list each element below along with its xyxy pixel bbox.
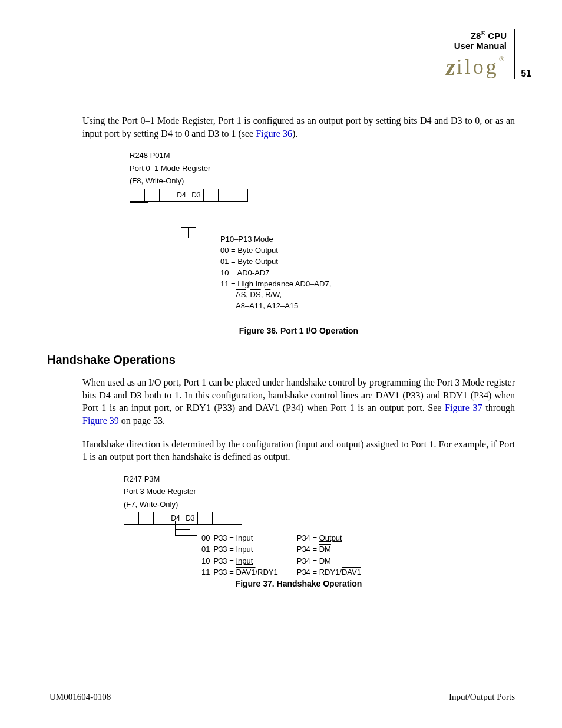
handshake-para-1: When used as an I/O port, Port 1 can be …	[82, 376, 515, 427]
r3p34over: DAV1	[342, 568, 361, 577]
mode-line-5: 11 = High Impedance AD0–AD7,	[220, 279, 331, 290]
hs-text-mid: through	[482, 403, 515, 413]
sep1: ,	[246, 290, 250, 299]
bit-7	[130, 189, 145, 202]
page-footer: UM001604-0108 Input/Output Ports	[49, 692, 515, 702]
footer-doc-number: UM001604-0108	[49, 692, 111, 702]
zilog-logo: zilog®	[446, 55, 507, 79]
fig37-v2	[190, 521, 190, 529]
figure-36-caption: Figure 36. Port 1 I/O Operation	[82, 326, 515, 335]
bit-1	[218, 189, 233, 202]
bit-2	[203, 189, 219, 202]
intro-text-a: Using the Port 0–1 Mode Register, Port 1…	[82, 116, 515, 139]
fig37-mode-table: 00 P33 = Input P34 = Output 01 P33 = Inp…	[200, 532, 365, 579]
intro-paragraph: Using the Port 0–1 Mode Register, Port 1…	[82, 114, 515, 140]
mode-line-7: A8–A11, A12–A15	[220, 301, 331, 312]
mode-line-2: 00 = Byte Output	[220, 245, 331, 256]
fig37-row-2: 10 P33 = Input P34 = DM	[201, 556, 363, 566]
row2-code: 10	[201, 556, 212, 566]
fig36-label-3: (F8, Write-Only)	[130, 176, 515, 186]
row1-code: 01	[201, 544, 212, 555]
row0-p33: P33 = Input	[213, 533, 280, 543]
bit-0	[227, 512, 242, 525]
connector-h2	[188, 238, 217, 238]
handshake-heading: Handshake Operations	[47, 353, 515, 367]
mode-line-3: 01 = Byte Output	[220, 256, 331, 268]
figure-37-caption: Figure 37. Handshake Operation	[82, 579, 515, 588]
connector-v1	[181, 197, 181, 233]
bit-0	[233, 189, 248, 202]
r0p34pre: P34 =	[297, 533, 319, 542]
row3-p33: P33 = DAV1/RDY1	[213, 567, 280, 578]
r-signal: R	[265, 290, 270, 299]
fig36-label-1: R248 P01M	[130, 150, 515, 161]
r2p34over: DM	[319, 556, 331, 565]
header-title-1: Z8® CPU	[446, 29, 507, 41]
bit-3: D3	[189, 189, 204, 202]
mode-line-6: AS, DS, R/W,	[220, 289, 331, 301]
fig36-bit-row: D4 D3	[130, 189, 515, 202]
figure-36-link[interactable]: Figure 36	[256, 129, 292, 139]
rw-suffix: /W,	[270, 290, 282, 299]
hs-text-b: on page 53.	[119, 416, 165, 426]
fig37-h1	[175, 529, 190, 530]
fig37-label-2: Port 3 Mode Register	[124, 486, 515, 497]
r2p34pre: P34 =	[297, 556, 319, 565]
r1p34over: DM	[319, 545, 331, 554]
connector-bar	[130, 202, 148, 203]
fig37-bit-row: D4 D3	[124, 512, 515, 525]
fig37-row-1: 01 P33 = Input P34 = DM	[201, 544, 363, 555]
handshake-para-2: Handshake direction is determined by the…	[82, 438, 515, 463]
page-number: 51	[521, 68, 531, 79]
r3p33over: DAV1	[236, 568, 255, 577]
r1p33pre: P33 =	[213, 545, 236, 554]
figure-37-link[interactable]: Figure 37	[445, 403, 482, 413]
r3p33pre: P33 =	[213, 568, 236, 577]
fig36-label-2: Port 0–1 Mode Register	[130, 163, 515, 174]
r1p33post: Input	[236, 545, 253, 554]
sep2: ,	[261, 290, 265, 299]
bit-3: D3	[183, 512, 198, 525]
r3p34pre: P34 = RDY1/	[297, 568, 342, 577]
row0-code: 00	[201, 533, 212, 543]
r2p33pre: P33 =	[213, 556, 236, 565]
fig37-label-1: R247 P3M	[124, 474, 515, 485]
figure-36-diagram: R248 P01M Port 0–1 Mode Register (F8, Wr…	[130, 150, 515, 315]
mode-line-1: P10–P13 Mode	[220, 234, 331, 245]
fig37-h2	[175, 535, 197, 536]
r0p33pre: P33 =	[213, 533, 236, 542]
row3-p34: P34 = RDY1/DAV1	[282, 567, 363, 578]
figure-37-diagram: R247 P3M Port 3 Mode Register (F7, Write…	[124, 474, 515, 568]
footer-section: Input/Output Ports	[449, 692, 515, 702]
reg-mark: ®	[481, 29, 485, 37]
intro-text-b: ).	[292, 129, 297, 139]
r1p34pre: P34 =	[297, 545, 319, 554]
mode-line-4: 10 = AD0-AD7	[220, 268, 331, 279]
fig37-row-3: 11 P33 = DAV1/RDY1 P34 = RDY1/DAV1	[201, 567, 363, 578]
fig37-row-0: 00 P33 = Input P34 = Output	[201, 533, 363, 543]
fig37-label-3: (F7, Write-Only)	[124, 499, 515, 510]
bit-7	[124, 512, 139, 525]
bit-4: D4	[168, 512, 183, 525]
bit-2	[197, 512, 213, 525]
header-title-2: User Manual	[446, 41, 507, 51]
bit-6	[138, 512, 154, 525]
title-prefix: Z8	[471, 31, 481, 41]
connector-v2	[196, 197, 196, 227]
page-header: Z8® CPU User Manual zilog® 51	[446, 29, 515, 79]
figure-39-link[interactable]: Figure 39	[82, 416, 119, 426]
r2p33u: Input	[236, 556, 253, 565]
bit-1	[212, 512, 227, 525]
row0-p34: P34 = Output	[282, 533, 363, 543]
title-suffix: CPU	[485, 31, 507, 41]
bit-5	[153, 512, 168, 525]
r0p33post: Input	[236, 533, 253, 542]
r3p33post: /RDY1	[255, 568, 277, 577]
ds-signal: DS	[250, 290, 261, 299]
bit-6	[144, 189, 160, 202]
fig37-v1	[175, 521, 176, 535]
fig36-mode-info: P10–P13 Mode 00 = Byte Output 01 = Byte …	[220, 234, 331, 312]
row2-p34: P34 = DM	[282, 556, 363, 566]
row3-code: 11	[201, 567, 212, 578]
r0p34post: Output	[319, 533, 342, 542]
